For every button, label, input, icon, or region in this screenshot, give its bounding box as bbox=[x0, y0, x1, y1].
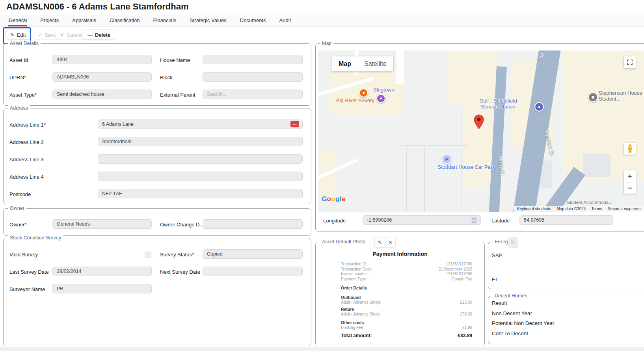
google-map[interactable]: 00 Lowery Pl Stoddart St Big River Baker… bbox=[318, 50, 644, 212]
longitude-field[interactable]: -1.5990286 bbox=[363, 215, 481, 225]
valid-survey-checkbox[interactable]: ✓ bbox=[145, 251, 151, 258]
tab-bar: General Projects Appraisals Classificati… bbox=[0, 15, 644, 27]
map-view-button[interactable]: Map bbox=[332, 56, 357, 71]
decent-homes-legend: Decent Homes bbox=[493, 293, 529, 299]
zoom-out-button[interactable]: − bbox=[627, 183, 632, 194]
asset-id-field[interactable]: 4804 bbox=[52, 55, 152, 64]
x-icon: ✕ bbox=[60, 32, 64, 37]
tab-audit[interactable]: Audit bbox=[279, 15, 292, 26]
tab-general[interactable]: General bbox=[8, 15, 27, 26]
result-label: Result bbox=[492, 300, 507, 306]
map-minor-road bbox=[396, 50, 404, 84]
refresh-energy-button[interactable]: ↻ bbox=[508, 237, 518, 248]
receipt-title: Payment Information bbox=[316, 251, 484, 257]
stephenson-house-poi-pin[interactable] bbox=[588, 92, 598, 102]
postcode-field[interactable]: NE2 1AF bbox=[98, 189, 303, 198]
pencil-icon: ✎ bbox=[10, 32, 15, 37]
parking-poi-pin[interactable]: P bbox=[442, 154, 452, 164]
minus-icon: — bbox=[87, 32, 93, 37]
remove-photo-button[interactable]: ✕ bbox=[385, 237, 396, 248]
next-survey-date-label: Next Survey Date bbox=[160, 269, 200, 275]
return-row: Adult - Advance Single£58.30 bbox=[341, 312, 472, 317]
tab-classification[interactable]: Classification bbox=[109, 15, 140, 26]
car-park-poi-label[interactable]: Stoddart House Car Park bbox=[434, 164, 499, 170]
survey-status-label: Survey Status* bbox=[160, 252, 194, 258]
map-data-label: Map data ©2024 bbox=[557, 207, 586, 211]
report-map-error-link[interactable]: Report a map error bbox=[608, 207, 641, 211]
external-parent-label: External Parent bbox=[160, 92, 195, 98]
map-parking-line bbox=[399, 145, 468, 146]
pencil-icon: ✎ bbox=[378, 239, 382, 245]
tab-financials[interactable]: Financials bbox=[153, 15, 177, 26]
tab-projects[interactable]: Projects bbox=[40, 15, 59, 26]
student-accommodation-poi-label[interactable]: Student Accommoda... bbox=[567, 200, 612, 205]
address-lookup-icon[interactable]: ••• bbox=[290, 121, 299, 127]
owner-change-date-field[interactable] bbox=[203, 219, 303, 229]
house-name-field[interactable] bbox=[203, 55, 303, 64]
non-decent-year-label: Non Decent Year bbox=[492, 310, 532, 316]
zoom-in-button[interactable]: + bbox=[627, 171, 632, 182]
next-survey-date-field[interactable] bbox=[203, 267, 303, 276]
pegman-icon bbox=[627, 144, 633, 153]
copy-coordinates-icon[interactable] bbox=[470, 217, 478, 224]
address-line1-field[interactable]: 6 Adams Lane bbox=[98, 119, 303, 129]
terms-link[interactable]: Terms bbox=[591, 207, 602, 211]
fullscreen-button[interactable] bbox=[624, 56, 636, 68]
road-number-label: 00 bbox=[539, 53, 545, 60]
uprn-field[interactable]: ADAMSLN006 bbox=[52, 72, 152, 82]
location-marker bbox=[474, 114, 484, 131]
owner-label: Owner* bbox=[9, 222, 26, 228]
external-parent-search-field[interactable]: Search... bbox=[203, 90, 303, 99]
order-details-heading: Order Details bbox=[341, 286, 367, 290]
address-legend: Address bbox=[8, 105, 30, 111]
receipt-info-rows: Transaction ID:121381917090 Transaction … bbox=[341, 262, 472, 282]
tab-appraisals[interactable]: Appraisals bbox=[72, 15, 97, 26]
sap-label: SAP bbox=[492, 252, 503, 258]
bakery-poi-pin[interactable] bbox=[359, 88, 368, 97]
asset-photo: Payment Information Transaction ID:12138… bbox=[316, 248, 484, 345]
address-line3-label: Address Line 3 bbox=[9, 157, 44, 162]
asset-type-field[interactable]: Semi detached house bbox=[52, 90, 152, 99]
check-icon: ✓ bbox=[38, 32, 42, 37]
potential-non-decent-year-label: Potential Non Decent Year bbox=[492, 320, 554, 326]
address-line3-field[interactable] bbox=[98, 154, 303, 164]
slugtown-poi-pin[interactable] bbox=[376, 94, 385, 103]
asset-management-page: ADAMSLN006 - 6 Adams Lane Stamfordham Ge… bbox=[0, 0, 644, 351]
map-type-control: Map Satellite bbox=[332, 56, 393, 71]
map-parking-line bbox=[424, 145, 425, 212]
address-line4-label: Address Line 4 bbox=[9, 174, 44, 180]
tab-documents[interactable]: Documents bbox=[240, 15, 266, 26]
delete-button[interactable]: — Delete bbox=[83, 30, 115, 40]
refresh-icon: ↻ bbox=[510, 239, 516, 246]
edit-button[interactable]: ✎ Edit bbox=[6, 30, 30, 40]
surveyor-name-field[interactable]: PB bbox=[52, 284, 152, 293]
bakery-poi-label[interactable]: Big River Bakery bbox=[336, 97, 374, 103]
stephenson-house-poi-label[interactable]: Stephenson House Student... bbox=[599, 90, 642, 102]
pegman-button[interactable] bbox=[624, 143, 636, 155]
last-survey-date-label: Last Survey Date bbox=[9, 269, 49, 275]
uprn-label: UPRN* bbox=[9, 75, 26, 80]
keyboard-shortcuts-link[interactable]: Keyboard shortcuts bbox=[517, 207, 551, 211]
stock-survey-legend: Stock Condition Survey bbox=[8, 235, 63, 241]
tab-strategic-values[interactable]: Strategic Values bbox=[189, 15, 227, 26]
service-station-poi-label[interactable]: Gulf - Shieldfield Service Station bbox=[475, 98, 521, 110]
satellite-view-button[interactable]: Satellite bbox=[357, 56, 393, 71]
survey-status-field[interactable]: Copied bbox=[203, 249, 303, 259]
latitude-field[interactable]: 54.97695 bbox=[519, 215, 613, 225]
edit-photo-button[interactable]: ✎ bbox=[374, 237, 385, 248]
energy-section bbox=[488, 242, 644, 289]
page-bottom-strip bbox=[0, 347, 644, 351]
total-row: Total amount:£83.89 bbox=[341, 333, 472, 338]
last-survey-date-field[interactable]: 28/02/2014 bbox=[52, 267, 152, 276]
postcode-label: Postcode bbox=[9, 191, 31, 197]
address-line2-field[interactable]: Stamfordham bbox=[98, 137, 303, 146]
owner-field[interactable]: General Needs bbox=[52, 219, 152, 229]
asset-id-label: Asset Id bbox=[9, 57, 28, 63]
block-field[interactable] bbox=[203, 72, 303, 82]
house-name-label: House Name bbox=[160, 57, 190, 63]
slugtown-poi-label[interactable]: Slugtown bbox=[373, 87, 394, 93]
address-line4-field[interactable] bbox=[98, 172, 303, 181]
service-station-poi-pin[interactable] bbox=[534, 102, 544, 112]
block-label: Block bbox=[160, 75, 173, 80]
surveyor-name-label: Surveyor Name bbox=[9, 286, 45, 292]
